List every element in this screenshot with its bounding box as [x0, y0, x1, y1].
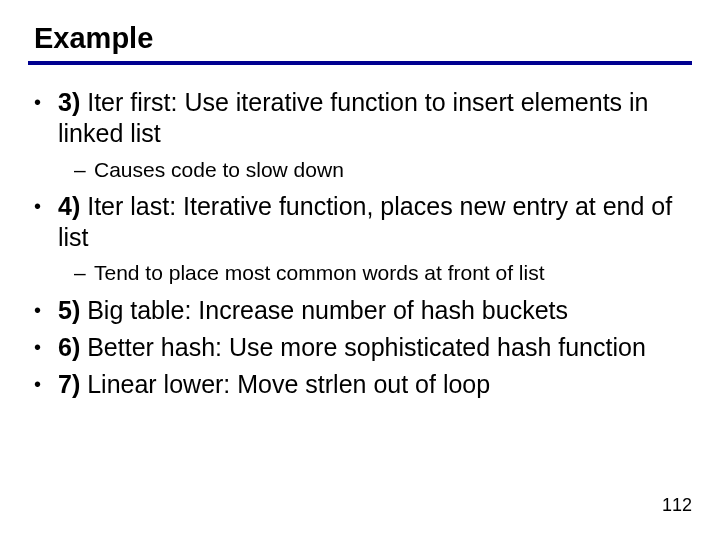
item-body: Iter first: Use iterative function to in…	[58, 88, 649, 147]
dash-icon: –	[74, 156, 94, 183]
bullet-icon: •	[34, 369, 58, 400]
slide-body: • 3) Iter first: Use iterative function …	[28, 87, 692, 400]
item-body: Big table: Increase number of hash bucke…	[80, 296, 568, 324]
page-number: 112	[662, 495, 692, 516]
list-item: • 4) Iter last: Iterative function, plac…	[34, 191, 686, 254]
item-body: Iter last: Iterative function, places ne…	[58, 192, 672, 251]
title-underline	[28, 61, 692, 65]
list-item: • 6) Better hash: Use more sophisticated…	[34, 332, 686, 363]
bullet-icon: •	[34, 87, 58, 150]
sub-list-item: – Causes code to slow down	[74, 156, 686, 183]
bullet-icon: •	[34, 295, 58, 326]
bullet-icon: •	[34, 332, 58, 363]
list-item: • 5) Big table: Increase number of hash …	[34, 295, 686, 326]
item-body: Better hash: Use more sophisticated hash…	[80, 333, 646, 361]
item-number: 3)	[58, 88, 80, 116]
list-item: • 3) Iter first: Use iterative function …	[34, 87, 686, 150]
item-text: 5) Big table: Increase number of hash bu…	[58, 295, 686, 326]
sub-item-text: Tend to place most common words at front…	[94, 259, 686, 286]
item-text: 7) Linear lower: Move strlen out of loop	[58, 369, 686, 400]
item-number: 4)	[58, 192, 80, 220]
item-number: 6)	[58, 333, 80, 361]
sub-list-item: – Tend to place most common words at fro…	[74, 259, 686, 286]
item-text: 3) Iter first: Use iterative function to…	[58, 87, 686, 150]
dash-icon: –	[74, 259, 94, 286]
item-text: 6) Better hash: Use more sophisticated h…	[58, 332, 686, 363]
slide-title: Example	[34, 22, 692, 55]
item-body: Linear lower: Move strlen out of loop	[80, 370, 490, 398]
bullet-icon: •	[34, 191, 58, 254]
slide-content: Example • 3) Iter first: Use iterative f…	[0, 0, 720, 400]
item-text: 4) Iter last: Iterative function, places…	[58, 191, 686, 254]
item-number: 7)	[58, 370, 80, 398]
list-item: • 7) Linear lower: Move strlen out of lo…	[34, 369, 686, 400]
sub-item-text: Causes code to slow down	[94, 156, 686, 183]
item-number: 5)	[58, 296, 80, 324]
